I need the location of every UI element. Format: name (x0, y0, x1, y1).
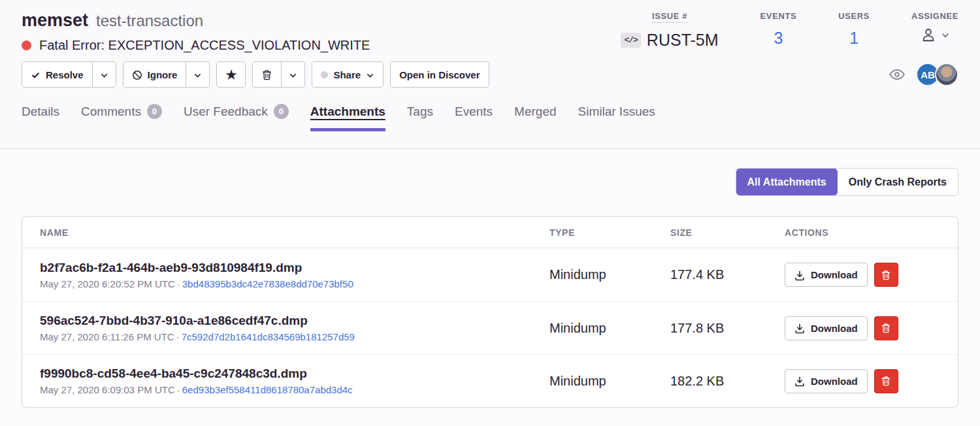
stat-issue-number: ISSUE # </> RUST-5M (621, 11, 718, 50)
attachment-name-cell: b2f7ac6b-f2a1-464b-aeb9-93d810984f19.dmp… (40, 261, 549, 289)
person-icon (920, 26, 937, 43)
issue-header: memset test-transaction Fatal Error: EXC… (0, 0, 980, 149)
filter-only-crash-reports-button[interactable]: Only Crash Reports (838, 169, 958, 195)
table-header-row: NAME TYPE SIZE ACTIONS (22, 217, 958, 248)
events-count[interactable]: 3 (774, 29, 783, 48)
users-count[interactable]: 1 (849, 29, 858, 48)
stat-users: USERS 1 (838, 11, 870, 50)
attachment-meta: May 27, 2020 6:20:52 PM UTC·3bd48395b3dc… (40, 278, 549, 289)
download-button[interactable]: Download (785, 263, 868, 287)
resolve-button-group: Resolve (22, 61, 116, 88)
trash-icon (881, 269, 891, 280)
comments-count-badge: 0 (147, 104, 162, 119)
event-id-link[interactable]: 7c592d7d2b1641dc834569b181257d59 (182, 331, 355, 342)
ignore-button[interactable]: Ignore (123, 62, 186, 87)
eye-icon (889, 66, 906, 83)
attachments-panel: All Attachments Only Crash Reports NAME … (0, 149, 980, 408)
trash-icon (261, 69, 272, 81)
assignee-label: ASSIGNEE (911, 11, 958, 21)
download-button[interactable]: Download (785, 369, 868, 393)
delete-issue-button[interactable] (253, 62, 281, 87)
attachment-type: Minidump (549, 321, 670, 336)
event-id-link[interactable]: 3bd48395b3dc42e7838e8dd70e73bf50 (182, 278, 353, 289)
users-label: USERS (838, 11, 870, 21)
trash-icon (881, 376, 891, 386)
stat-assignee: ASSIGNEE (911, 11, 958, 50)
attachment-actions: Download (785, 369, 958, 393)
column-header-size: SIZE (670, 227, 785, 238)
attachment-filename: b2f7ac6b-f2a1-464b-aeb9-93d810984f19.dmp (40, 261, 549, 275)
attachment-actions: Download (785, 263, 958, 287)
attachment-filename: f9990bc8-cd58-4ee4-ba45-c9c247848c3d.dmp (40, 367, 549, 381)
chevron-down-icon (193, 69, 202, 80)
attachment-meta: May 27, 2020 6:11:26 PM UTC·7c592d7d2b16… (40, 331, 549, 342)
viewers-area: AB (889, 63, 958, 86)
check-icon (31, 69, 41, 80)
delete-attachment-button[interactable] (874, 263, 898, 287)
ignore-dropdown-button[interactable] (186, 62, 209, 87)
tab-merged[interactable]: Merged (514, 104, 556, 131)
tab-similar-issues[interactable]: Similar Issues (578, 104, 655, 131)
attachment-size: 177.4 KB (670, 267, 785, 282)
ban-icon (132, 69, 142, 80)
open-in-discover-button[interactable]: Open in Discover (391, 62, 488, 87)
download-icon (794, 322, 805, 334)
tab-tags[interactable]: Tags (407, 104, 433, 131)
bookmark-star-button[interactable]: ★ (217, 62, 245, 87)
attachments-table: NAME TYPE SIZE ACTIONS b2f7ac6b-f2a1-464… (22, 216, 958, 408)
chevron-down-icon (941, 29, 950, 41)
error-message: Fatal Error: EXCEPTION_ACCESS_VIOLATION_… (39, 38, 370, 53)
chevron-down-icon (366, 69, 374, 80)
assignee-selector[interactable] (920, 26, 950, 43)
attachment-date: May 27, 2020 6:09:03 PM UTC (40, 384, 175, 395)
tab-user-feedback[interactable]: User Feedback0 (184, 104, 289, 131)
events-label: EVENTS (760, 11, 797, 21)
avatar[interactable] (935, 63, 958, 86)
page-subtitle: test-transaction (96, 12, 203, 30)
chevron-down-icon (289, 69, 297, 80)
attachment-size: 182.2 KB (670, 374, 785, 389)
share-status-dot (321, 71, 328, 78)
attachment-filter-toggle: All Attachments Only Crash Reports (736, 168, 958, 196)
resolve-button[interactable]: Resolve (22, 62, 92, 87)
delete-dropdown-button[interactable] (281, 62, 304, 87)
column-header-name: NAME (40, 227, 549, 238)
stat-events: EVENTS 3 (760, 11, 797, 50)
resolve-dropdown-button[interactable] (92, 62, 116, 87)
download-icon (794, 269, 805, 280)
attachment-type: Minidump (549, 374, 670, 389)
event-id-link[interactable]: 6ed93b3ef558411d8618780a7abd3d4c (182, 384, 353, 395)
tab-events[interactable]: Events (455, 104, 493, 131)
bookmark-button-group: ★ (216, 61, 246, 88)
attachment-date: May 27, 2020 6:11:26 PM UTC (40, 331, 174, 342)
attachment-meta: May 27, 2020 6:09:03 PM UTC·6ed93b3ef558… (40, 384, 549, 395)
tab-attachments[interactable]: Attachments (310, 104, 385, 131)
page-title: memset (22, 10, 88, 31)
table-row: 596ac524-7bbd-4b37-910a-a1e86cedf47c.dmp… (22, 301, 958, 354)
error-level-dot (22, 41, 31, 50)
tab-details[interactable]: Details (22, 104, 59, 131)
column-header-actions: ACTIONS (785, 227, 958, 238)
action-toolbar: Resolve Ignore (22, 61, 489, 88)
tab-comments[interactable]: Comments0 (81, 104, 162, 131)
issue-stats: ISSUE # </> RUST-5M EVENTS 3 USERS 1 ASS… (621, 10, 958, 50)
attachment-name-cell: 596ac524-7bbd-4b37-910a-a1e86cedf47c.dmp… (40, 314, 549, 342)
issue-short-id: </> RUST-5M (621, 31, 718, 50)
issue-number-label: ISSUE # (652, 11, 687, 23)
feedback-count-badge: 0 (274, 104, 289, 119)
attachment-name-cell: f9990bc8-cd58-4ee4-ba45-c9c247848c3d.dmp… (40, 367, 549, 395)
delete-attachment-button[interactable] (874, 369, 898, 393)
download-button[interactable]: Download (785, 316, 868, 340)
delete-button-group (252, 61, 305, 88)
download-icon (794, 375, 805, 387)
ignore-button-group: Ignore (123, 61, 210, 88)
filter-all-attachments-button[interactable]: All Attachments (736, 169, 838, 195)
chevron-down-icon (100, 69, 108, 80)
discover-button-group: Open in Discover (390, 61, 489, 88)
delete-attachment-button[interactable] (874, 316, 898, 340)
column-header-type: TYPE (549, 227, 670, 238)
share-button[interactable]: Share (312, 62, 383, 87)
table-row: b2f7ac6b-f2a1-464b-aeb9-93d810984f19.dmp… (22, 248, 958, 301)
star-icon: ★ (225, 69, 237, 81)
attachment-size: 177.8 KB (670, 321, 785, 336)
